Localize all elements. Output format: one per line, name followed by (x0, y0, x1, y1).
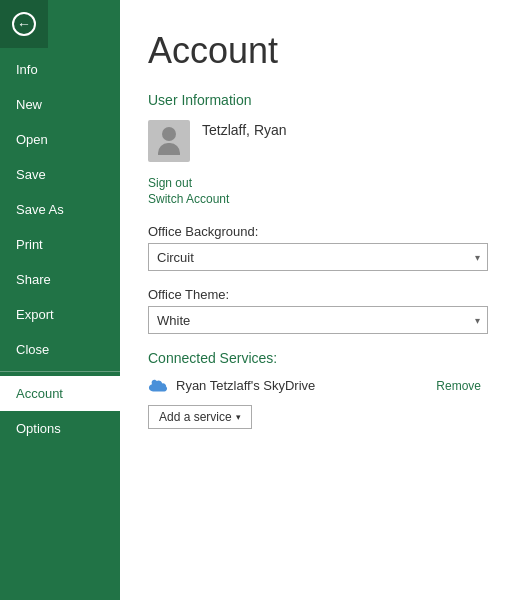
office-theme-dropdown[interactable]: White Light Gray Dark Gray (148, 306, 488, 334)
back-arrow-icon: ← (12, 12, 36, 36)
avatar (148, 120, 190, 162)
sidebar-nav: Info New Open Save Save As Print Share E… (0, 52, 120, 600)
switch-account-link[interactable]: Switch Account (148, 192, 481, 206)
avatar-head (162, 127, 176, 141)
office-background-label: Office Background: (148, 224, 481, 239)
add-service-arrow-icon: ▾ (236, 412, 241, 422)
sidebar-item-close[interactable]: Close (0, 332, 120, 367)
sidebar-item-print[interactable]: Print (0, 227, 120, 262)
office-theme-section: Office Theme: White Light Gray Dark Gray… (148, 287, 481, 334)
page-title: Account (148, 30, 481, 72)
add-service-button[interactable]: Add a service ▾ (148, 405, 252, 429)
sidebar-item-options[interactable]: Options (0, 411, 120, 446)
user-information-heading: User Information (148, 92, 481, 108)
sidebar-item-account[interactable]: Account (0, 376, 120, 411)
service-name: Ryan Tetzlaff's SkyDrive (176, 378, 436, 393)
sidebar-item-save-as[interactable]: Save As (0, 192, 120, 227)
sign-out-link[interactable]: Sign out (148, 176, 481, 190)
remove-service-link[interactable]: Remove (436, 379, 481, 393)
skydrive-cloud-svg (148, 379, 168, 393)
sidebar-item-open[interactable]: Open (0, 122, 120, 157)
sidebar: ← Info New Open Save Save As Print Share… (0, 0, 120, 600)
skydrive-icon (148, 379, 168, 393)
main-content: Account User Information Tetzlaff, Ryan … (120, 0, 521, 600)
connected-services-heading: Connected Services: (148, 350, 481, 366)
office-background-section: Office Background: Circuit Calligraphy C… (148, 224, 481, 271)
user-name: Tetzlaff, Ryan (202, 120, 287, 138)
office-background-dropdown[interactable]: Circuit Calligraphy Clouds Doodles Geome… (148, 243, 488, 271)
add-service-label: Add a service (159, 410, 232, 424)
avatar-figure (158, 127, 180, 155)
office-theme-label: Office Theme: (148, 287, 481, 302)
user-info-section: Tetzlaff, Ryan (148, 120, 481, 162)
office-theme-dropdown-wrapper: White Light Gray Dark Gray ▾ (148, 306, 488, 334)
sidebar-item-new[interactable]: New (0, 87, 120, 122)
back-button[interactable]: ← (0, 0, 48, 48)
sidebar-item-share[interactable]: Share (0, 262, 120, 297)
office-background-dropdown-wrapper: Circuit Calligraphy Clouds Doodles Geome… (148, 243, 488, 271)
sidebar-item-save[interactable]: Save (0, 157, 120, 192)
service-item-skydrive: Ryan Tetzlaff's SkyDrive Remove (148, 378, 481, 393)
user-actions: Sign out Switch Account (148, 176, 481, 206)
sidebar-item-export[interactable]: Export (0, 297, 120, 332)
sidebar-item-info[interactable]: Info (0, 52, 120, 87)
connected-services-section: Connected Services: Ryan Tetzlaff's SkyD… (148, 350, 481, 429)
sidebar-divider (0, 371, 120, 372)
avatar-body (158, 143, 180, 155)
